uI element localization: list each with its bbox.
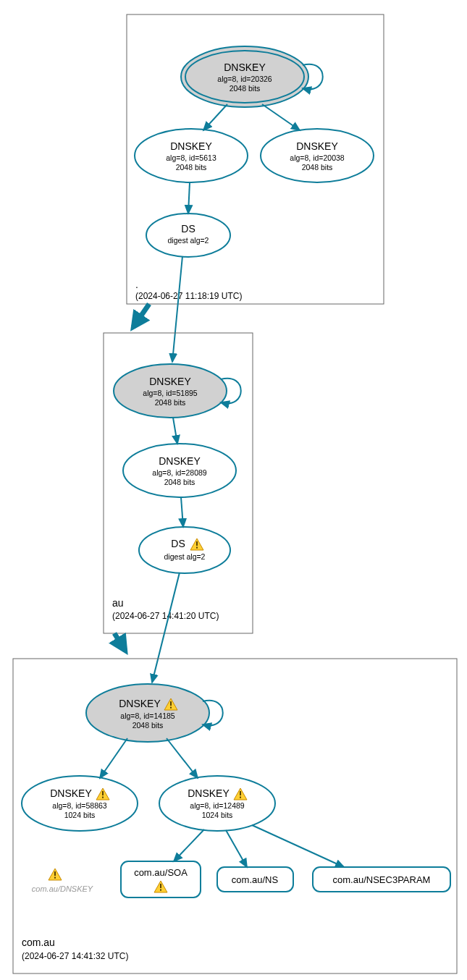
rrset-comau-soa: com.au/SOA — [121, 861, 201, 897]
node-root-zsk1-sub2: 2048 bits — [176, 163, 207, 172]
edge-comau-zsk2-nsec3 — [252, 825, 344, 867]
rrset-comau-soa-label: com.au/SOA — [134, 867, 188, 878]
zone-root-timestamp: (2024-06-27 11:18:19 UTC) — [135, 291, 242, 301]
node-comau-zsk2-sub1: alg=8, id=12489 — [190, 801, 244, 810]
node-root-ds-title: DS — [181, 223, 195, 235]
node-root-zsk-5613: DNSKEY alg=8, id=5613 2048 bits — [135, 129, 248, 182]
node-root-ds: DS digest alg=2 — [146, 214, 230, 257]
node-comau-ksk-sub1: alg=8, id=14185 — [120, 711, 174, 720]
edge-root-ksk-zsk1 — [203, 104, 227, 130]
edge-comau-zsk2-soa — [174, 829, 204, 861]
zone-comau-timestamp: (2024-06-27 14:41:32 UTC) — [22, 951, 128, 961]
zone-au-timestamp: (2024-06-27 14:41:20 UTC) — [112, 611, 219, 621]
node-comau-zsk2-title: DNSKEY — [188, 787, 230, 799]
node-au-ksk-sub2: 2048 bits — [155, 398, 186, 407]
svg-point-12 — [139, 527, 230, 573]
edge-au-ds-to-comau-ksk — [152, 573, 180, 683]
node-comau-ksk-title: DNSKEY — [119, 698, 161, 709]
edge-root-ds-to-au-ksk — [172, 256, 182, 362]
node-root-ksk: DNSKEY alg=8, id=20326 2048 bits — [181, 46, 308, 107]
edge-root-ksk-zsk2 — [262, 104, 300, 130]
edge-au-ksk-zsk — [173, 418, 177, 444]
node-au-zsk-sub1: alg=8, id=28089 — [152, 468, 206, 477]
rrset-comau-ns-label: com.au/NS — [232, 874, 279, 885]
node-comau-zsk-12489: DNSKEY alg=8, id=12489 1024 bits — [159, 776, 275, 831]
node-root-ds-sub: digest alg=2 — [168, 236, 209, 245]
node-au-zsk-title: DNSKEY — [159, 455, 201, 467]
svg-point-8 — [146, 214, 230, 257]
node-root-zsk-20038: DNSKEY alg=8, id=20038 2048 bits — [261, 129, 374, 182]
edge-comau-zsk2-ns — [226, 830, 247, 867]
edge-au-to-comau-zone — [114, 633, 125, 651]
node-root-zsk1-sub1: alg=8, id=5613 — [166, 153, 216, 162]
zone-comau-name: com.au — [22, 937, 55, 948]
node-comau-zsk1-sub1: alg=8, id=58863 — [52, 801, 106, 810]
rrset-comau-nsec3param: com.au/NSEC3PARAM — [313, 867, 450, 892]
node-comau-zsk-58863: DNSKEY alg=8, id=58863 1024 bits — [22, 776, 138, 831]
node-comau-zsk2-sub2: 1024 bits — [202, 811, 233, 819]
rrset-comau-nsec3-label: com.au/NSEC3PARAM — [333, 874, 431, 885]
node-au-ds: DS digest alg=2 — [139, 527, 230, 573]
node-comau-zsk1-title: DNSKEY — [50, 787, 92, 799]
node-au-ksk-sub1: alg=8, id=51895 — [143, 389, 197, 397]
node-root-ksk-sub1: alg=8, id=20326 — [217, 75, 272, 83]
edge-comau-ksk-zsk2 — [167, 738, 198, 778]
node-comau-ksk: DNSKEY alg=8, id=14185 2048 bits — [86, 684, 209, 742]
edge-root-zsk1-ds — [188, 182, 190, 214]
node-comau-ksk-sub2: 2048 bits — [132, 721, 164, 730]
label-comau-dnskey-text: com.au/DNSKEY — [32, 884, 93, 893]
node-au-ds-title: DS — [171, 538, 185, 549]
edge-au-zsk-ds — [181, 497, 183, 527]
node-root-ksk-sub2: 2048 bits — [230, 84, 261, 93]
edge-root-to-au-zone — [133, 304, 149, 327]
node-au-zsk: DNSKEY alg=8, id=28089 2048 bits — [123, 444, 236, 497]
rrset-comau-ns: com.au/NS — [217, 867, 293, 892]
node-au-ksk-title: DNSKEY — [149, 376, 191, 387]
edge-comau-ksk-zsk1 — [100, 738, 127, 778]
zone-au-name: au — [112, 597, 124, 609]
label-comau-dnskey: com.au/DNSKEY — [32, 869, 93, 893]
node-au-zsk-sub2: 2048 bits — [164, 478, 195, 486]
zone-comau: com.au (2024-06-27 14:41:32 UTC) DNSKEY … — [13, 659, 457, 973]
node-root-zsk2-sub2: 2048 bits — [302, 163, 333, 172]
node-au-ksk: DNSKEY alg=8, id=51895 2048 bits — [114, 364, 227, 418]
node-root-ksk-title: DNSKEY — [224, 62, 266, 73]
zone-root: . (2024-06-27 11:18:19 UTC) DNSKEY alg=8… — [127, 14, 384, 304]
node-comau-zsk1-sub2: 1024 bits — [64, 811, 96, 819]
node-root-zsk1-title: DNSKEY — [170, 140, 212, 152]
warning-icon — [49, 869, 62, 880]
zone-root-name: . — [135, 279, 138, 290]
node-root-zsk2-sub1: alg=8, id=20038 — [290, 153, 344, 162]
node-root-zsk2-title: DNSKEY — [296, 140, 338, 152]
node-au-ds-sub: digest alg=2 — [164, 552, 206, 561]
zone-au: au (2024-06-27 14:41:20 UTC) DNSKEY alg=… — [104, 333, 253, 633]
